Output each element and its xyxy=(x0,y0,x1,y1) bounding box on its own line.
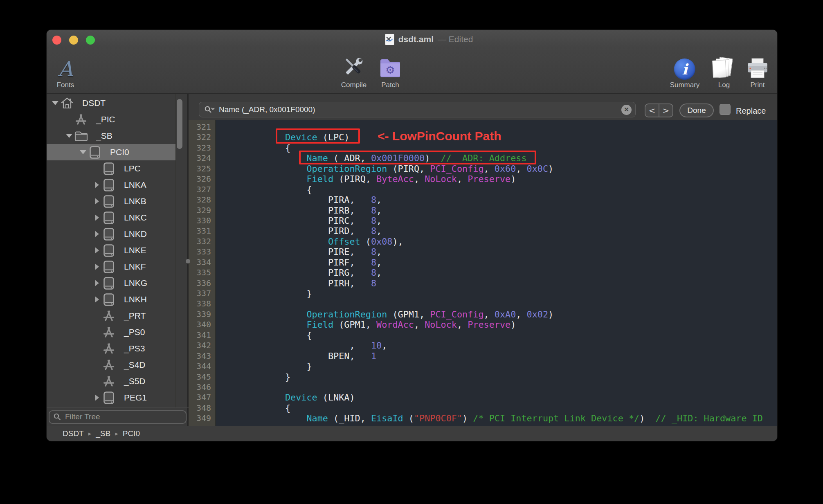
code-line-349[interactable]: Name (_HID, EisaId ("PNP0C0F") /* PCI In… xyxy=(242,413,777,423)
sidebar-item-lnka[interactable]: LNKA xyxy=(47,177,175,193)
code-line-334[interactable]: PIRF, 8, xyxy=(242,257,777,268)
sidebar-item-_ps3[interactable]: _PS3 xyxy=(47,340,175,357)
method-icon xyxy=(102,342,115,355)
breadcrumb-pci0[interactable]: PCI0 xyxy=(123,429,140,438)
sidebar-item-lnkc[interactable]: LNKC xyxy=(47,209,175,226)
code-line-325[interactable]: OperationRegion (PIRQ, PCI_Config, 0x60,… xyxy=(242,164,777,174)
disclosure-closed-icon[interactable] xyxy=(95,247,99,254)
find-prev-next-control: < > xyxy=(645,104,673,117)
code-line-339[interactable]: OperationRegion (GPM1, PCI_Config, 0xA0,… xyxy=(242,309,777,320)
code-line-333[interactable]: PIRE, 8, xyxy=(242,247,777,257)
device-icon xyxy=(103,244,114,257)
sidebar-item-lnkg[interactable]: LNKG xyxy=(47,275,175,291)
splitter-handle[interactable] xyxy=(186,259,190,263)
find-previous-button[interactable]: < xyxy=(645,104,659,117)
sidebar-item-dsdt[interactable]: DSDT xyxy=(47,95,175,111)
breadcrumb-dsdt[interactable]: DSDT xyxy=(63,429,84,438)
disclosure-open-icon[interactable] xyxy=(52,101,58,105)
code-line-341[interactable]: { xyxy=(242,330,777,340)
sidebar-item-_prt[interactable]: _PRT xyxy=(47,308,175,324)
sidebar-item-pci0[interactable]: PCI0 xyxy=(47,144,175,160)
code-line-330[interactable]: PIRC, 8, xyxy=(242,216,777,226)
line-number-gutter: 3213223233243253263273283293303313323333… xyxy=(189,120,216,426)
code-line-340[interactable]: Field (GPM1, WordAcc, NoLock, Preserve) xyxy=(242,320,777,330)
toolbar-item-fonts[interactable]: AFonts xyxy=(57,50,74,89)
content-area: DSDT_PIC_SBPCI0LPCLNKALNKBLNKCLNKDLNKELN… xyxy=(47,94,777,426)
disclosure-closed-icon[interactable] xyxy=(95,296,99,303)
toolbar-item-patch[interactable]: ⚙Patch xyxy=(378,50,403,89)
clear-search-icon[interactable]: ✕ xyxy=(621,105,632,115)
code-line-331[interactable]: PIRD, 8, xyxy=(242,226,777,236)
toolbar-item-print[interactable]: Print xyxy=(746,50,769,89)
sidebar-item-lnkh[interactable]: LNKH xyxy=(47,291,175,308)
find-next-button[interactable]: > xyxy=(659,104,672,117)
disclosure-closed-icon[interactable] xyxy=(95,394,99,401)
code-line-345[interactable]: } xyxy=(242,372,777,382)
device-icon xyxy=(103,261,114,273)
disclosure-open-icon[interactable] xyxy=(66,134,72,138)
toolbar-item-compile[interactable]: Compile xyxy=(341,50,367,89)
sidebar-item-_sb[interactable]: _SB xyxy=(47,128,175,144)
sidebar-scrollbar-thumb[interactable] xyxy=(177,99,182,149)
code-line-343[interactable]: BPEN, 1 xyxy=(242,351,777,361)
code-line-336[interactable]: PIRH, 8 xyxy=(242,278,777,288)
done-button[interactable]: Done xyxy=(679,104,714,117)
filter-tree-input[interactable]: Filter Tree xyxy=(49,410,187,424)
sidebar-item-lnkd[interactable]: LNKD xyxy=(47,226,175,242)
code-line-337[interactable]: } xyxy=(242,288,777,299)
line-number: 345 xyxy=(189,372,211,382)
code-line-346[interactable] xyxy=(242,382,777,392)
code-line-323[interactable]: { xyxy=(242,143,777,153)
sidebar-item-_s4d[interactable]: _S4D xyxy=(47,357,175,373)
code-line-338[interactable] xyxy=(242,299,777,309)
sidebar-item-_pic[interactable]: _PIC xyxy=(47,111,175,128)
search-menu-icon[interactable] xyxy=(204,106,215,114)
code-line-342[interactable]: , 10, xyxy=(242,340,777,351)
code-text[interactable]: Device (LPC) { Name (_ADR, 0x001F0000) /… xyxy=(216,120,777,426)
code-line-332[interactable]: Offset (0x08), xyxy=(242,236,777,247)
breadcrumb-_sb[interactable]: _SB xyxy=(96,429,110,438)
code-line-321[interactable] xyxy=(242,122,777,132)
filter-strip: Filter Tree xyxy=(47,407,189,426)
sidebar-item-lnke[interactable]: LNKE xyxy=(47,242,175,259)
sidebar-item-lpc[interactable]: LPC xyxy=(47,160,175,177)
method-icon xyxy=(102,359,115,371)
sidebar-item-_s5d[interactable]: _S5D xyxy=(47,373,175,389)
code-line-322[interactable]: Device (LPC) xyxy=(242,132,777,142)
sidebar-item-peg1[interactable]: PEG1 xyxy=(47,389,175,406)
code-line-344[interactable]: } xyxy=(242,361,777,371)
disclosure-closed-icon[interactable] xyxy=(95,231,99,237)
zoom-button[interactable] xyxy=(86,36,95,45)
sidebar-item-lnkb[interactable]: LNKB xyxy=(47,193,175,209)
code-line-324[interactable]: Name (_ADR, 0x001F0000) // _ADR: Address xyxy=(242,153,777,163)
line-number: 326 xyxy=(189,174,211,184)
disclosure-closed-icon[interactable] xyxy=(95,214,99,221)
sidebar-item-lnkf[interactable]: LNKF xyxy=(47,259,175,275)
line-number: 324 xyxy=(189,153,211,163)
replace-checkbox[interactable] xyxy=(720,104,731,115)
code-line-328[interactable]: PIRA, 8, xyxy=(242,195,777,205)
minimize-button[interactable] xyxy=(69,36,78,45)
line-number: 322 xyxy=(189,132,211,142)
document-proxy-icon[interactable] xyxy=(385,34,394,45)
toolbar-item-log[interactable]: Log xyxy=(713,50,735,89)
code-line-327[interactable]: { xyxy=(242,184,777,195)
sidebar-item-_ps0[interactable]: _PS0 xyxy=(47,324,175,340)
device-icon xyxy=(103,277,114,290)
disclosure-closed-icon[interactable] xyxy=(95,198,99,205)
code-line-326[interactable]: Field (PIRQ, ByteAcc, NoLock, Preserve) xyxy=(242,174,777,184)
toolbar-item-summary[interactable]: iSummary xyxy=(670,50,700,89)
disclosure-closed-icon[interactable] xyxy=(95,263,99,270)
code-line-348[interactable]: { xyxy=(242,403,777,413)
code-line-329[interactable]: PIRB, 8, xyxy=(242,205,777,216)
toolbar-label-log: Log xyxy=(718,81,730,89)
line-number: 342 xyxy=(189,340,211,351)
code-line-335[interactable]: PIRG, 8, xyxy=(242,268,777,278)
close-button[interactable] xyxy=(52,36,61,45)
disclosure-closed-icon[interactable] xyxy=(95,182,99,188)
disclosure-open-icon[interactable] xyxy=(80,150,86,154)
search-input[interactable]: Name (_ADR, 0x001F0000) ✕ xyxy=(199,102,636,117)
disclosure-closed-icon[interactable] xyxy=(95,280,99,286)
line-number: 332 xyxy=(189,236,211,247)
code-line-347[interactable]: Device (LNKA) xyxy=(242,392,777,403)
